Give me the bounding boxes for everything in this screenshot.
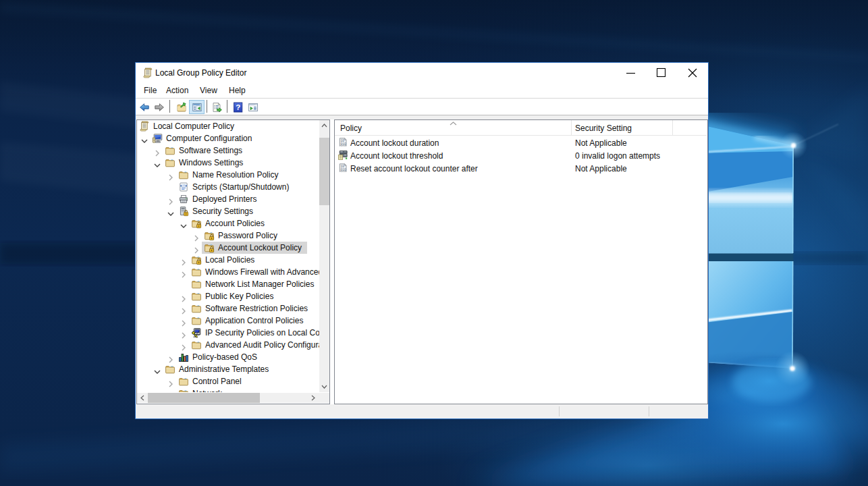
svg-text:010: 010	[340, 142, 346, 146]
svg-text:010: 010	[340, 168, 346, 171]
svg-text:?: ?	[236, 103, 240, 111]
